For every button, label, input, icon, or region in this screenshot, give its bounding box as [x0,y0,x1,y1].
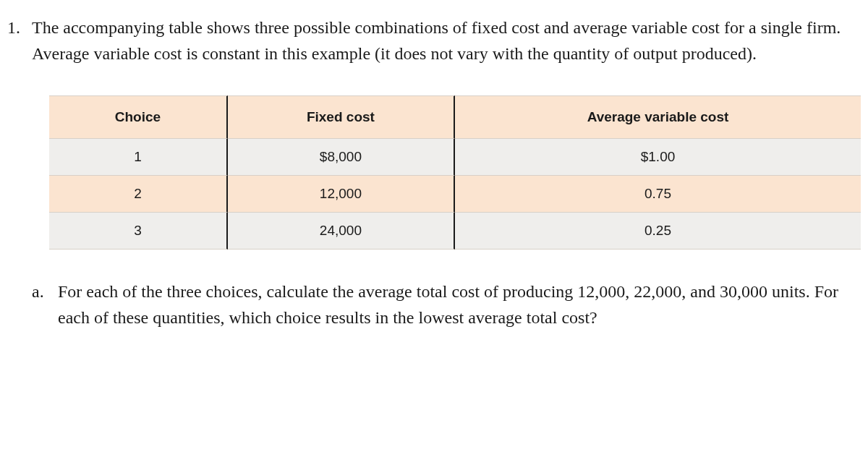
sub-question-text: For each of the three choices, calculate… [58,278,861,331]
question-block: 1. The accompanying table shows three po… [7,14,861,331]
cost-table: Choice Fixed cost Average variable cost … [49,95,861,250]
header-fixed-cost: Fixed cost [228,95,455,139]
sub-question-letter: a. [32,278,49,304]
cell-avc: 0.75 [455,176,861,213]
table-row: 3 24,000 0.25 [49,213,861,250]
question-text: The accompanying table shows three possi… [32,14,861,67]
table-row: 2 12,000 0.75 [49,176,861,213]
cell-choice: 1 [49,139,228,176]
cell-avc: 0.25 [455,213,861,250]
cell-fixed-cost: 12,000 [228,176,455,213]
header-avc: Average variable cost [455,95,861,139]
question-body: The accompanying table shows three possi… [32,14,861,331]
cell-fixed-cost: 24,000 [228,213,455,250]
cell-avc: $1.00 [455,139,861,176]
table-header-row: Choice Fixed cost Average variable cost [49,95,861,139]
sub-question-block: a. For each of the three choices, calcul… [32,278,861,331]
header-choice: Choice [49,95,228,139]
cell-choice: 3 [49,213,228,250]
table-row: 1 $8,000 $1.00 [49,139,861,176]
cell-choice: 2 [49,176,228,213]
cell-fixed-cost: $8,000 [228,139,455,176]
question-number: 1. [7,14,23,41]
